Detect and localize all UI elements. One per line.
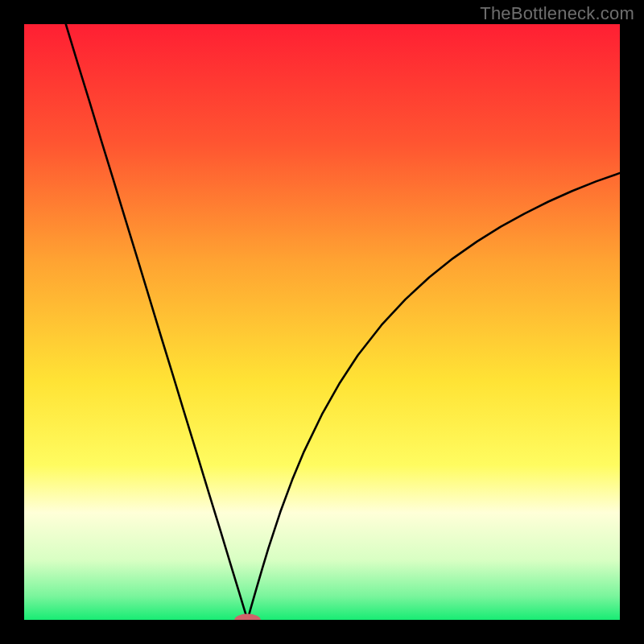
chart-frame: TheBottleneck.com bbox=[0, 0, 644, 644]
plot-background bbox=[24, 24, 620, 620]
chart-plot bbox=[24, 24, 620, 620]
watermark-text: TheBottleneck.com bbox=[480, 3, 634, 24]
